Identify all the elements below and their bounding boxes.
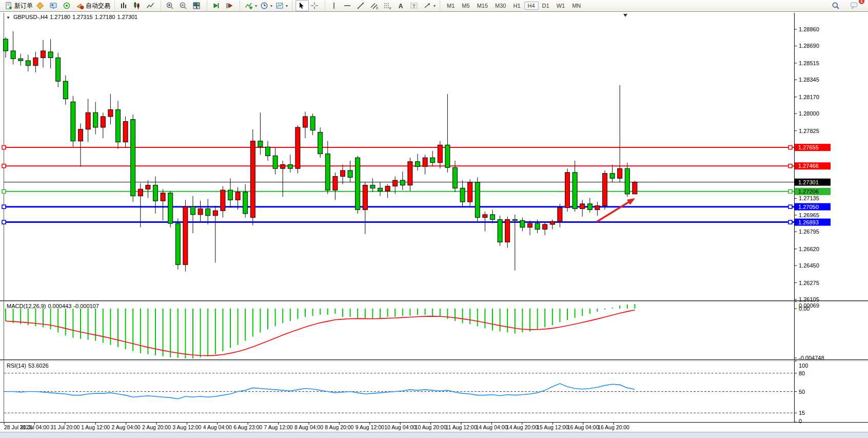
time-axis-label: 8 Aug 20:00 [325, 424, 353, 430]
candle-body [625, 168, 629, 194]
ohlc-high: 1.27315 [72, 14, 93, 20]
candle-body [633, 182, 637, 194]
candle-body [71, 102, 75, 141]
macd-signal-value: -0.000107 [73, 303, 99, 309]
svg-text:1.27301: 1.27301 [798, 179, 819, 185]
price-axis-tick: 1.28170 [799, 94, 819, 100]
candle-body [595, 206, 600, 210]
candle-body [273, 156, 278, 168]
level-price-label: 1.26893 [795, 219, 831, 226]
candle-body [228, 190, 233, 200]
candle-body [26, 61, 30, 66]
candle-body [573, 173, 577, 209]
candle-body [146, 185, 150, 189]
chart-title: ▼GBPUSD-,H41.271801.273151.271801.27301 [6, 14, 140, 20]
svg-text:1.27655: 1.27655 [798, 144, 819, 150]
level-handle [2, 164, 6, 168]
price-axis-tick: 1.26450 [799, 262, 819, 269]
svg-text:1.27050: 1.27050 [798, 204, 819, 210]
candle-body [400, 180, 405, 185]
rsi-axis-tick: 15 [799, 410, 805, 416]
candle-body [475, 182, 480, 218]
svg-text:1.27206: 1.27206 [798, 188, 819, 195]
time-axis-label: 15 Aug 12:00 [537, 424, 568, 430]
candle-body [423, 158, 427, 166]
level-handle [2, 220, 6, 224]
ohlc-open: 1.27180 [50, 14, 70, 20]
time-axis-label: 16 Aug 20:00 [598, 424, 629, 430]
time-axis-label: 2 Aug 04:00 [112, 424, 141, 430]
candle-body [221, 190, 225, 211]
time-axis-label: 9 Aug 12:00 [356, 424, 384, 430]
candle-body [550, 221, 555, 224]
candle-body [138, 189, 143, 196]
status-strip [0, 432, 868, 438]
time-axis-label: 14 Aug 04:00 [476, 424, 507, 430]
price-axis-tick: 1.26965 [799, 212, 819, 218]
price-axis-tick: 1.26620 [799, 246, 819, 252]
candle-body [116, 110, 121, 142]
candle-body [161, 193, 165, 201]
candle-body [78, 129, 83, 141]
level-handle [2, 146, 6, 149]
candle-body [198, 208, 203, 214]
candle-body [93, 112, 98, 127]
macd-indicator-label: MACD(12,26,9)0.000443-0.000107 [7, 303, 101, 309]
candle-body [468, 182, 472, 202]
level-handle [2, 189, 6, 193]
candle-body [325, 154, 330, 191]
level-price-label: 1.27466 [795, 162, 831, 169]
candle-body [258, 141, 263, 147]
time-axis[interactable]: 28 Jul 202331 Jul 04:0031 Jul 20:001 Aug… [4, 423, 629, 430]
macd-name: MACD(12,26,9) [7, 303, 46, 309]
candle-body [318, 132, 323, 154]
candle-body [445, 145, 450, 167]
candle-body [438, 145, 442, 162]
time-axis-label: 31 Jul 04:00 [20, 424, 49, 430]
candle-body [558, 208, 562, 222]
candle-body [131, 120, 135, 196]
candle-body [288, 165, 292, 169]
macd-axis-tick: 0.00 [799, 306, 810, 312]
candle-body [18, 59, 23, 61]
time-axis-label: 10 Aug 20:00 [415, 424, 447, 430]
time-axis-label: 2 Aug 20:00 [142, 424, 171, 430]
trading-platform-window: 新订单自动交易▾▾▾EFAT▾M1M5M15M30H1H4D1W1MN1 1.2… [0, 0, 868, 438]
candle-body [153, 185, 158, 201]
candle-body [183, 207, 188, 265]
price-axis-tick: 1.26105 [799, 296, 819, 302]
candle-body [281, 165, 285, 169]
chart-symbol-period: GBPUSD-,H4 [13, 14, 48, 20]
time-axis-label: 3 Aug 12:00 [172, 424, 201, 430]
chart-frame [0, 12, 868, 438]
candle-body [408, 162, 412, 185]
rsi-axis-tick: 0 [799, 418, 802, 424]
candle-body [33, 58, 38, 65]
candle-body [266, 147, 270, 156]
candle-body [310, 117, 315, 130]
level-handle [788, 146, 792, 149]
candle-body [460, 188, 465, 202]
candle-body [498, 219, 502, 242]
candle-body [206, 208, 210, 215]
time-axis-label: 31 Jul 20:00 [50, 424, 80, 430]
candle-body [370, 185, 375, 188]
candle-body [48, 52, 53, 58]
ohlc-low: 1.27180 [95, 14, 115, 20]
level-price-label: 1.27050 [795, 203, 831, 211]
level-handle [788, 189, 792, 193]
level-handle [2, 205, 6, 208]
time-axis-label: 10 Aug 04:00 [384, 424, 416, 430]
candle-body [483, 215, 487, 218]
time-axis-label: 4 Aug 04:00 [203, 424, 232, 430]
svg-text:1.27466: 1.27466 [798, 163, 819, 169]
chart-menu-icon[interactable]: ▼ [6, 15, 10, 20]
rsi-axis-tick: 100 [799, 363, 808, 369]
candle-body [303, 117, 308, 127]
candle-body [580, 204, 585, 209]
candle-body [512, 219, 517, 220]
candle-body [453, 167, 458, 188]
candle-body [528, 223, 532, 227]
price-chart[interactable]: 1.288601.286901.285151.283451.281701.280… [0, 0, 868, 438]
time-axis-label: 8 Aug 04:00 [294, 424, 323, 430]
